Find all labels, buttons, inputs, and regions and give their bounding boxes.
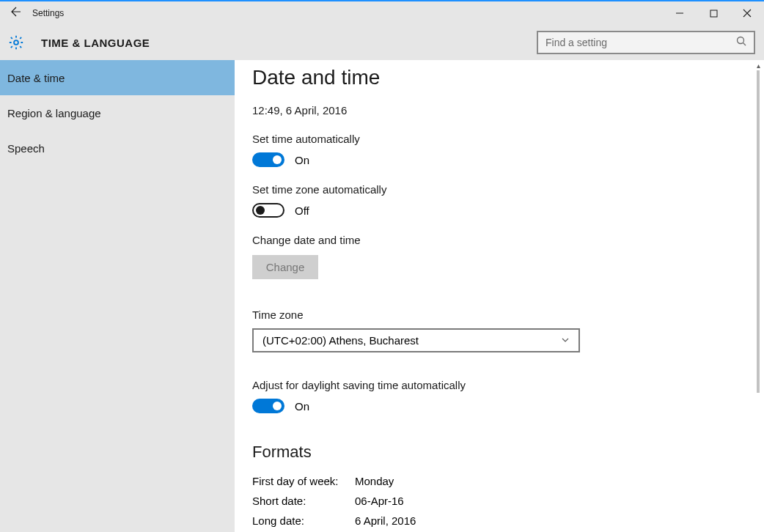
table-row: First day of week: Monday [252,475,746,487]
minimize-button[interactable] [663,1,697,25]
sidebar-item-region-language[interactable]: Region & language [0,95,235,130]
label-set-time-auto: Set time automatically [252,133,746,145]
heading-formats: Formats [252,443,746,462]
table-row: Short date: 06-Apr-16 [252,495,746,507]
chevron-down-icon [561,334,570,347]
sidebar-item-label: Date & time [7,72,65,84]
format-key: Long date: [252,514,355,527]
label-change-date-time: Change date and time [252,234,746,246]
scroll-up-icon[interactable]: ▴ [754,60,763,70]
scrollbar[interactable]: ▴ [754,60,763,532]
arrow-left-icon [10,6,22,18]
toggle-state: On [295,154,309,166]
label-time-zone: Time zone [252,309,746,321]
label-set-tz-auto: Set time zone automatically [252,183,746,196]
search-icon [736,36,746,49]
close-icon [743,9,752,18]
heading-date-and-time: Date and time [252,66,746,89]
format-value: 6 April, 2016 [355,514,416,527]
sidebar: Date & time Region & language Speech [0,60,235,532]
formats-table: First day of week: Monday Short date: 06… [252,475,746,527]
maximize-icon [710,10,718,18]
titlebar: Settings [0,1,764,25]
window-title: Settings [32,8,64,18]
header-bar: TIME & LANGUAGE [0,25,764,60]
maximize-button[interactable] [697,1,730,25]
sidebar-item-speech[interactable]: Speech [0,130,235,166]
toggle-state: On [295,400,309,413]
format-value: Monday [355,475,394,487]
sidebar-item-label: Speech [7,142,45,155]
format-key: First day of week: [252,475,355,487]
table-row: Long date: 6 April, 2016 [252,514,746,527]
sidebar-item-label: Region & language [7,107,101,119]
gear-icon [8,34,24,51]
content-pane: Date and time 12:49, 6 April, 2016 Set t… [235,60,764,532]
toggle-set-tz-auto[interactable] [252,203,284,218]
toggle-state: Off [295,204,309,217]
scroll-thumb[interactable] [757,70,760,393]
format-key: Short date: [252,495,355,507]
timezone-selected: (UTC+02:00) Athens, Bucharest [262,334,419,347]
timezone-dropdown[interactable]: (UTC+02:00) Athens, Bucharest [252,328,580,352]
change-button: Change [252,255,318,279]
current-datetime: 12:49, 6 April, 2016 [252,104,746,117]
toggle-set-time-auto[interactable] [252,152,284,167]
svg-rect-0 [710,10,717,17]
close-button[interactable] [730,1,764,25]
format-value: 06-Apr-16 [355,495,404,507]
label-dst: Adjust for daylight saving time automati… [252,379,746,391]
page-title: TIME & LANGUAGE [41,37,150,49]
toggle-dst[interactable] [252,399,284,413]
minimize-icon [675,9,684,18]
search-box[interactable] [537,31,755,54]
back-button[interactable] [0,6,32,21]
search-input[interactable] [546,37,736,48]
svg-point-1 [14,40,18,45]
sidebar-item-date-time[interactable]: Date & time [0,60,235,95]
settings-gear-icon [0,34,32,51]
svg-point-2 [738,37,744,44]
